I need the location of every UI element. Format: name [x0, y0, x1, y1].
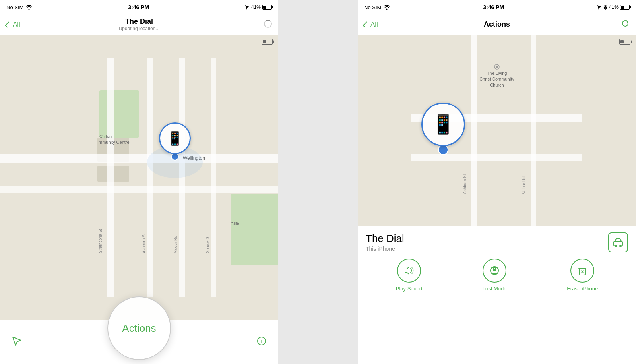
phone-icon-1: 📱 — [167, 130, 183, 146]
svg-text:Clifton: Clifton — [99, 134, 112, 139]
svg-text:Clifto: Clifto — [231, 221, 240, 226]
svg-text:Valour Rd: Valour Rd — [522, 176, 526, 194]
device-circle-1: 📱 — [159, 122, 191, 154]
status-bar-2: No SIM 3:46 PM 41% — [358, 0, 636, 14]
svg-rect-7 — [107, 58, 114, 297]
actions-button-1[interactable]: Actions — [107, 296, 171, 360]
status-left-1: No SIM — [6, 4, 32, 10]
lost-mode-icon — [489, 265, 500, 276]
chevron-icon-1 — [5, 21, 11, 28]
lost-mode-button[interactable]: Lost Mode — [483, 259, 507, 292]
battery-icon-1 — [262, 5, 272, 10]
map-svg-2: Ashburn St Valour Rd The Living Christ C… — [358, 35, 636, 226]
nav-spinner-1 — [264, 20, 272, 29]
nav-main-title-1: The Dial — [119, 17, 160, 26]
device-circle-2: 📱 — [421, 103, 465, 146]
device-info-panel: The Dial This iPhone — [358, 226, 636, 299]
play-sound-button[interactable]: Play Sound — [396, 259, 423, 292]
status-bar-1: No SIM 3:46 PM 41% — [0, 0, 278, 14]
screen1: No SIM 3:46 PM 41% All — [0, 0, 278, 364]
svg-point-36 — [619, 245, 622, 247]
back-button-2[interactable]: All — [364, 21, 378, 29]
play-sound-label: Play Sound — [396, 286, 423, 292]
chevron-icon-2 — [363, 21, 369, 28]
arrow-icon-1 — [12, 336, 21, 346]
info-icon-1: i — [257, 336, 266, 346]
nav-subtitle-1: Updating location... — [119, 26, 160, 31]
car-icon — [613, 237, 623, 248]
nav-title-1: The Dial Updating location... — [119, 17, 160, 31]
svg-rect-5 — [0, 154, 278, 163]
erase-iphone-button[interactable]: Erase iPhone — [567, 259, 598, 292]
map-battery-2 — [619, 39, 630, 45]
svg-point-38 — [493, 267, 496, 270]
svg-rect-8 — [147, 58, 153, 297]
nav-title-2: Actions — [484, 20, 510, 29]
svg-text:mmunity Centre: mmunity Centre — [99, 140, 130, 145]
wifi-icon-1 — [26, 5, 32, 10]
svg-text:i: i — [261, 338, 262, 344]
svg-text:Ashburn St: Ashburn St — [142, 233, 146, 253]
nav-bar-1: All The Dial Updating location... — [0, 14, 278, 35]
svg-point-35 — [615, 245, 617, 247]
svg-rect-6 — [0, 186, 278, 193]
spacer — [278, 0, 358, 364]
svg-rect-24 — [411, 154, 582, 161]
play-sound-icon-circle — [397, 259, 421, 283]
map-battery-1 — [262, 39, 273, 45]
svg-rect-2 — [231, 194, 278, 265]
device-info-text: The Dial This iPhone — [366, 232, 404, 252]
svg-text:The Living: The Living — [487, 71, 507, 76]
status-time-1: 3:46 PM — [128, 4, 149, 10]
nav-bar-2: All Actions — [358, 14, 636, 35]
back-label-1: All — [13, 21, 20, 29]
device-name-label: The Dial — [366, 232, 404, 245]
map-svg-1: Wellington Strathcona St Ashburn St Valo… — [0, 35, 278, 320]
svg-text:Strathcona St: Strathcona St — [98, 229, 103, 253]
svg-text:Church: Church — [490, 83, 504, 87]
svg-text:Ashburn St: Ashburn St — [463, 174, 467, 194]
no-sim-label-2: No SIM — [364, 4, 381, 10]
erase-iphone-label: Erase iPhone — [567, 286, 598, 292]
svg-point-33 — [496, 66, 498, 68]
erase-icon-circle — [570, 259, 594, 283]
status-right-1: 41% — [245, 4, 272, 10]
lost-mode-icon-circle — [483, 259, 506, 283]
device-pin-2: 📱 — [421, 103, 465, 155]
bluetooth-icon-2 — [603, 4, 607, 10]
device-name-row: The Dial This iPhone — [366, 232, 628, 252]
erase-icon — [577, 265, 588, 276]
location-arrow-btn-1[interactable] — [12, 336, 21, 348]
bottom-bar-1: Actions i — [0, 320, 278, 364]
lost-mode-label: Lost Mode — [483, 286, 507, 292]
actions-row: Play Sound Lost Mode — [366, 252, 628, 295]
nav-main-title-2: Actions — [484, 20, 510, 29]
phone-icon-2: 📱 — [431, 113, 455, 136]
info-btn-1[interactable]: i — [257, 336, 266, 348]
back-button-1[interactable]: All — [6, 21, 20, 29]
location-icon-1 — [245, 5, 250, 10]
battery-pct-1: 41% — [251, 4, 261, 10]
no-sim-label-1: No SIM — [6, 4, 23, 10]
svg-text:Christ Community: Christ Community — [479, 77, 514, 81]
refresh-icon-2 — [621, 19, 630, 28]
status-time-2: 3:46 PM — [483, 4, 504, 10]
map-area-2[interactable]: Ashburn St Valour Rd The Living Christ C… — [358, 35, 636, 226]
status-right-2: 41% — [597, 4, 630, 10]
actions-label-1: Actions — [122, 322, 156, 335]
device-pin-1: 📱 — [159, 122, 191, 161]
battery-icon-2 — [620, 5, 630, 10]
svg-text:Spruce St: Spruce St — [206, 236, 210, 253]
directions-button[interactable] — [608, 232, 628, 252]
svg-text:Valour Rd: Valour Rd — [173, 236, 178, 253]
device-type-label: This iPhone — [366, 246, 404, 252]
svg-rect-26 — [531, 35, 536, 226]
back-label-2: All — [370, 21, 378, 29]
svg-rect-1 — [99, 90, 139, 138]
location-icon-2 — [597, 5, 602, 10]
status-left-2: No SIM — [364, 4, 390, 10]
loading-spinner-1 — [264, 20, 272, 28]
battery-pct-2: 41% — [609, 4, 619, 10]
map-area-1[interactable]: Wellington Strathcona St Ashburn St Valo… — [0, 35, 278, 320]
refresh-btn-2[interactable] — [621, 19, 630, 30]
